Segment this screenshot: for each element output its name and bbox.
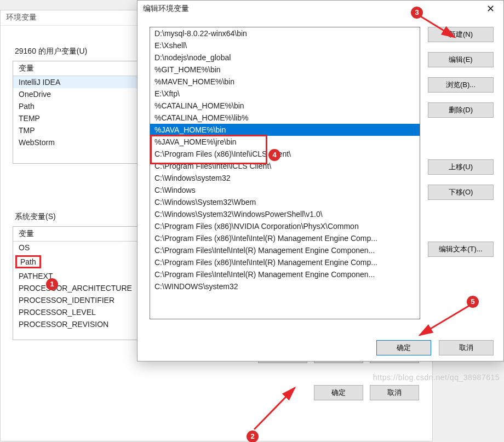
list-item[interactable]: C:\Windows\System32\Wbem [150, 196, 420, 208]
list-item[interactable]: C:\Program Files (x86)\Intel\Intel(R) Ma… [150, 232, 420, 244]
annotation-badge-1: 1 [46, 278, 58, 290]
move-up-button[interactable]: 上移(U) [428, 159, 494, 175]
list-item[interactable]: C:\Windows\System32\WindowsPowerShell\v1… [150, 208, 420, 220]
annotation-badge-4: 4 [268, 149, 280, 161]
list-item[interactable]: %GIT_HOME%\bin [150, 64, 420, 76]
list-item[interactable]: %JAVA_HOME%\bin [150, 124, 420, 136]
annotation-badge-3: 3 [411, 7, 423, 19]
move-down-button[interactable]: 下移(O) [428, 185, 494, 200]
list-item[interactable]: E:\Xftp\ [150, 88, 420, 100]
edit-dialog-footer: 确定 取消 [150, 327, 494, 355]
delete-button[interactable]: 删除(D) [428, 102, 494, 118]
list-item[interactable]: C:\Windows\system32 [150, 172, 420, 184]
list-item[interactable]: C:\WINDOWS\system32 [150, 280, 420, 292]
list-item[interactable]: C:\Program Files (x86)\Intel\Intel(R) Ma… [150, 256, 420, 268]
cancel-button[interactable]: 取消 [439, 340, 494, 355]
edit-button[interactable]: 编辑(E) [428, 52, 494, 67]
list-item[interactable]: %MAVEN_HOME%\bin [150, 76, 420, 88]
list-item[interactable]: %JAVA_HOME%\jre\bin [150, 136, 420, 148]
list-item[interactable]: C:\Program Files\Intel\Intel(R) Manageme… [150, 268, 420, 280]
list-item[interactable]: C:\Program Files\Intel\Intel(R) Manageme… [150, 244, 420, 256]
list-item[interactable]: E:\Xshell\ [150, 39, 420, 51]
list-item[interactable]: D:\mysql-8.0.22-winx64\bin [150, 27, 420, 39]
path-list[interactable]: D:\mysql-8.0.22-winx64\binE:\Xshell\D:\n… [150, 27, 420, 319]
annotation-badge-2: 2 [247, 430, 259, 442]
list-item[interactable]: C:\Program Files (x86)\NVIDIA Corporatio… [150, 220, 420, 232]
new-button[interactable]: 新建(N) [428, 27, 494, 42]
edit-dialog-title: 编辑环境变量 [143, 4, 189, 14]
path-highlight: Path [15, 255, 41, 268]
side-buttons: 新建(N) 编辑(E) 浏览(B)... 删除(D) 上移(U) 下移(O) 编… [428, 27, 494, 319]
list-item[interactable]: D:\nodejs\node_global [150, 51, 420, 64]
cancel-button[interactable]: 取消 [370, 385, 419, 400]
browse-button[interactable]: 浏览(B)... [428, 77, 494, 93]
ok-button[interactable]: 确定 [314, 385, 363, 400]
env-dialog-footer: 确定 取消 [13, 377, 420, 400]
list-item[interactable]: %CATALINA_HOME%\bin [150, 100, 420, 112]
annotation-badge-5: 5 [467, 296, 479, 308]
edit-env-variable-dialog: 编辑环境变量 ✕ D:\mysql-8.0.22-winx64\binE:\Xs… [137, 0, 504, 361]
watermark: https://blog.csdn.net/qq_38987615 [373, 373, 500, 382]
edit-text-button[interactable]: 编辑文本(T)... [428, 242, 494, 257]
list-item[interactable]: C:\Program Files (x86)\Intel\iCLS Client… [150, 148, 420, 160]
close-icon[interactable]: ✕ [483, 3, 498, 15]
ok-button[interactable]: 确定 [376, 340, 431, 355]
list-item[interactable]: C:\Program Files\Intel\iCLS Client\ [150, 160, 420, 172]
list-item[interactable]: %CATALINA_HOME%\lib% [150, 112, 420, 124]
list-item[interactable]: C:\Windows [150, 184, 420, 196]
